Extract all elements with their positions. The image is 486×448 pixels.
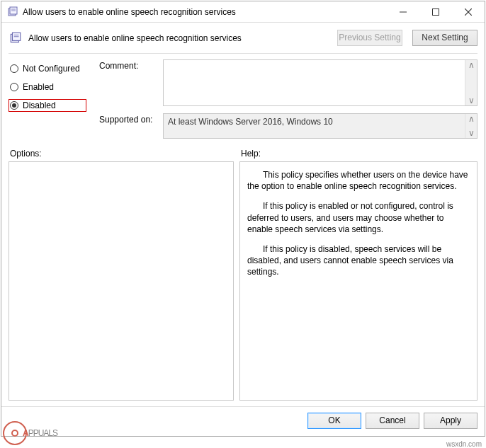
options-pane — [9, 161, 234, 401]
svg-line-6 — [465, 8, 472, 16]
panes: This policy specifies whether users on t… — [1, 161, 485, 406]
radio-label: Enabled — [23, 82, 54, 92]
header: Allow users to enable online speech reco… — [1, 23, 485, 53]
options-label: Options: — [10, 149, 241, 159]
radio-icon — [10, 101, 18, 110]
help-paragraph: If this policy is disabled, speech servi… — [247, 243, 470, 278]
options-content — [9, 162, 233, 400]
window-title: Allow users to enable online speech reco… — [23, 7, 387, 17]
apply-button[interactable]: Apply — [424, 413, 477, 429]
minimize-button[interactable] — [387, 1, 419, 22]
ok-button[interactable]: OK — [307, 413, 361, 429]
close-button[interactable] — [452, 1, 485, 22]
supported-row: Supported on: At least Windows Server 20… — [99, 113, 477, 139]
scroll-down-icon: ∨ — [468, 96, 475, 105]
radio-label: Disabled — [23, 100, 56, 110]
fields: Comment: ∧ ∨ Supported on: At least Wind… — [99, 59, 477, 139]
config-area: Not Configured Enabled Disabled Comment:… — [1, 54, 485, 143]
comment-value — [164, 60, 465, 105]
policy-title: Allow users to enable online speech reco… — [28, 33, 327, 43]
scroll-up-icon: ∧ — [468, 114, 475, 124]
comment-row: Comment: ∧ ∨ — [99, 59, 477, 106]
radio-label: Not Configured — [23, 64, 80, 74]
policy-item-icon — [9, 31, 23, 45]
radio-not-configured[interactable]: Not Configured — [9, 62, 86, 75]
previous-setting-button[interactable]: Previous Setting — [337, 30, 402, 46]
titlebar: Allow users to enable online speech reco… — [1, 1, 485, 23]
radio-icon — [10, 83, 18, 91]
comment-textarea[interactable]: ∧ ∨ — [163, 59, 477, 106]
next-setting-button[interactable]: Next Setting — [412, 30, 477, 46]
help-pane: This policy specifies whether users on t… — [239, 161, 477, 401]
maximize-button[interactable] — [419, 1, 452, 22]
scroll-down-icon: ∨ — [468, 128, 475, 138]
policy-icon — [7, 6, 18, 18]
help-label: Help: — [241, 149, 261, 159]
supported-value: At least Windows Server 2016, Windows 10 — [164, 114, 465, 138]
policy-editor-window: Allow users to enable online speech reco… — [1, 1, 485, 437]
radio-icon — [10, 64, 18, 73]
supported-scrollbar[interactable]: ∧ ∨ — [465, 114, 477, 138]
help-paragraph: If this policy is enabled or not configu… — [247, 200, 470, 235]
supported-box: At least Windows Server 2016, Windows 10… — [163, 113, 477, 139]
svg-line-7 — [465, 8, 472, 16]
help-content: This policy specifies whether users on t… — [240, 162, 477, 400]
svg-rect-5 — [433, 8, 439, 15]
comment-scrollbar[interactable]: ∧ ∨ — [465, 60, 477, 105]
credit-text: wsxdn.com — [446, 440, 482, 448]
dialog-footer: OK Cancel Apply — [1, 406, 485, 436]
radio-enabled[interactable]: Enabled — [9, 81, 86, 93]
state-radio-group: Not Configured Enabled Disabled — [9, 59, 86, 139]
scroll-up-icon: ∧ — [468, 60, 475, 70]
supported-label: Supported on: — [99, 113, 157, 125]
comment-label: Comment: — [99, 59, 157, 71]
radio-disabled[interactable]: Disabled — [9, 99, 86, 112]
cancel-button[interactable]: Cancel — [366, 413, 419, 429]
window-controls — [387, 1, 485, 22]
lower-labels: Options: Help: — [1, 143, 485, 161]
help-paragraph: This policy specifies whether users on t… — [247, 169, 470, 192]
